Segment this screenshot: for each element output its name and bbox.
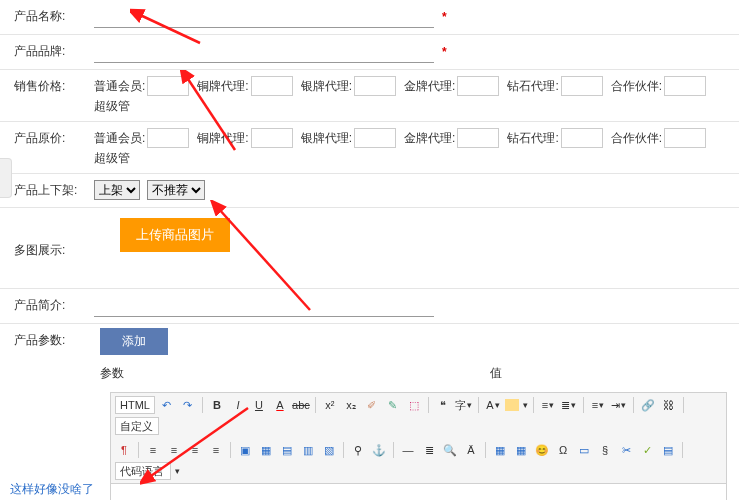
italic-icon[interactable]: I [229,396,247,414]
emoji-icon[interactable]: 😊 [533,441,551,459]
anchor-icon[interactable]: ⚓ [370,441,388,459]
search-icon[interactable]: 🔍 [441,441,459,459]
video-icon[interactable]: ▤ [278,441,296,459]
unlink-icon[interactable]: ⛓ [660,396,678,414]
price-label-partner: 合作伙伴: [611,130,662,147]
spechars-icon[interactable]: § [596,441,614,459]
select-all-icon[interactable]: ⬚ [405,396,423,414]
align-left-icon[interactable]: ≡ [144,441,162,459]
redo-icon[interactable]: ↷ [179,396,197,414]
underline-icon[interactable]: U [250,396,268,414]
upload-image-button[interactable]: 上传商品图片 [120,218,230,252]
price-label-gold: 金牌代理: [404,78,455,95]
pagebreak-icon[interactable]: ▭ [575,441,593,459]
label-orig-price: 产品原价: [0,122,90,155]
indent-icon[interactable]: ⇥▾ [610,396,628,414]
unordered-list-icon[interactable]: ≣▾ [560,396,578,414]
product-name-input[interactable] [94,6,434,28]
undo-icon[interactable]: ↶ [158,396,176,414]
wordimage-icon[interactable]: ✓ [638,441,656,459]
label-summary: 产品简介: [0,289,90,322]
product-brand-input[interactable] [94,41,434,63]
html-source-button[interactable]: HTML [115,396,155,414]
sale-normal-input[interactable] [147,76,189,96]
table-icon[interactable]: ▦ [491,441,509,459]
bold-icon[interactable]: B [208,396,226,414]
image-icon[interactable]: ▣ [236,441,254,459]
snapscreen-icon[interactable]: ✂ [617,441,635,459]
date-icon[interactable]: ≣ [420,441,438,459]
audio-icon[interactable]: ▥ [299,441,317,459]
shelf-select[interactable]: 上架 [94,180,140,200]
template-icon[interactable]: ▤ [659,441,677,459]
replace-icon[interactable]: Ä [462,441,480,459]
param-header-value: 值 [490,361,502,386]
attachment-icon[interactable]: ▧ [320,441,338,459]
quote-icon[interactable]: ❝ [434,396,452,414]
orig-diamond-input[interactable] [561,128,603,148]
link-icon[interactable]: 🔗 [639,396,657,414]
code-lang-select[interactable]: 代码语言 [115,462,171,480]
table2-icon[interactable]: ▦ [512,441,530,459]
paragraph-icon[interactable]: ¶ [115,441,133,459]
align-right-icon[interactable]: ≡ [186,441,204,459]
price-label-partner: 合作伙伴: [611,78,662,95]
map-icon[interactable]: ⚲ [349,441,367,459]
font-color-icon[interactable]: A [271,396,289,414]
font-icon[interactable]: 字▾ [455,396,473,414]
label-multi-img: 多图展示: [0,208,90,267]
sale-partner-input[interactable] [664,76,706,96]
rich-text-editor: HTML ↶ ↷ B I U A abc x² x₂ ✐ ✎ ⬚ ❝ 字▾ A▾… [110,392,727,500]
forecolor-icon[interactable]: A▾ [484,396,502,414]
orig-normal-input[interactable] [147,128,189,148]
price-label-silver: 银牌代理: [301,130,352,147]
price-label-gold: 金牌代理: [404,130,455,147]
price-label-normal: 普通会员: [94,130,145,147]
price-label-diamond: 钻石代理: [507,130,558,147]
orig-partner-input[interactable] [664,128,706,148]
sale-gold-input[interactable] [457,76,499,96]
price-label-silver: 银牌代理: [301,78,352,95]
superscript-icon[interactable]: x² [321,396,339,414]
footer-link[interactable]: 这样好像没啥了 [10,481,94,498]
label-params: 产品参数: [0,324,90,357]
price-label-super: 超级管 [94,98,130,115]
price-label-bronze: 铜牌代理: [197,78,248,95]
special-char-icon[interactable]: Ω [554,441,572,459]
label-shelf: 产品上下架: [0,174,90,207]
orig-silver-input[interactable] [354,128,396,148]
price-label-diamond: 钻石代理: [507,78,558,95]
clear-format-icon[interactable]: ✐ [363,396,381,414]
label-product-name: 产品名称: [0,0,90,33]
multi-image-icon[interactable]: ▦ [257,441,275,459]
align-icon[interactable]: ≡▾ [589,396,607,414]
format-brush-icon[interactable]: ✎ [384,396,402,414]
price-label-super: 超级管 [94,150,130,167]
strike-icon[interactable]: abc [292,396,310,414]
label-sale-price: 销售价格: [0,70,90,103]
sale-bronze-input[interactable] [251,76,293,96]
custom-button[interactable]: 自定义 [115,417,159,435]
hr-icon[interactable]: — [399,441,417,459]
sale-diamond-input[interactable] [561,76,603,96]
subscript-icon[interactable]: x₂ [342,396,360,414]
editor-toolbar: HTML ↶ ↷ B I U A abc x² x₂ ✐ ✎ ⬚ ❝ 字▾ A▾… [111,393,726,484]
backcolor-icon[interactable] [505,399,519,411]
collapse-handle[interactable] [0,158,12,198]
align-justify-icon[interactable]: ≡ [207,441,225,459]
param-header-param: 参数 [90,361,490,386]
editor-content-area[interactable] [111,484,726,500]
label-product-brand: 产品品牌: [0,35,90,68]
required-mark: * [442,45,447,59]
add-param-button[interactable]: 添加 [100,328,168,355]
orig-gold-input[interactable] [457,128,499,148]
required-mark: * [442,10,447,24]
orig-bronze-input[interactable] [251,128,293,148]
ordered-list-icon[interactable]: ≡▾ [539,396,557,414]
sale-silver-input[interactable] [354,76,396,96]
price-label-bronze: 铜牌代理: [197,130,248,147]
price-label-normal: 普通会员: [94,78,145,95]
summary-input[interactable] [94,295,434,317]
recommend-select[interactable]: 不推荐 [147,180,205,200]
align-center-icon[interactable]: ≡ [165,441,183,459]
